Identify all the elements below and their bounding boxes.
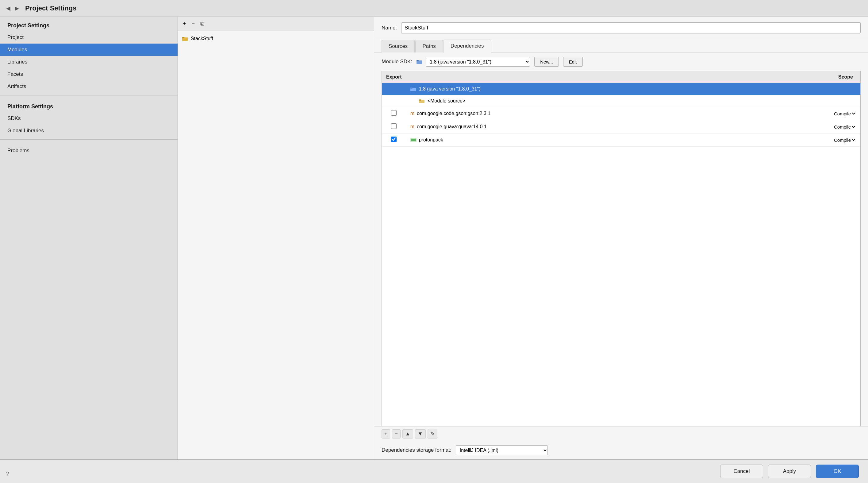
dep-table: Export Scope [382,71,860,147]
export-checkbox[interactable] [391,110,397,116]
svg-rect-7 [419,99,421,101]
module-source-icon [419,98,425,103]
platform-settings-section-title: Platform Settings [0,98,178,112]
tab-paths[interactable]: Paths [415,40,442,53]
folder-icon [182,36,188,41]
dep-toolbar: + − ▲ ▼ ✎ [374,426,868,441]
back-icon[interactable]: ◀ [6,5,10,12]
right-panel: Name: Sources Paths Dependencies Module … [374,17,868,459]
scope-select[interactable]: Compile [833,124,856,130]
table-row[interactable]: m com.google.guava:guava:14.0.1 Compile [382,120,860,133]
move-up-button[interactable]: ▲ [402,429,413,439]
copy-module-button[interactable]: ⧉ [199,20,206,28]
bottom-bar: Cancel Apply OK [0,459,868,483]
dep-name: protonpack [419,137,443,143]
svg-rect-9 [411,139,416,141]
module-sdk-label: Module SDK: [381,59,412,65]
svg-rect-1 [182,37,184,38]
remove-dep-button[interactable]: − [392,429,401,439]
export-cell [382,120,406,133]
dep-name-cell: m com.google.guava:guava:14.0.1 [406,120,799,133]
tab-dependencies[interactable]: Dependencies [443,39,491,53]
module-name: StackStuff [191,36,213,41]
table-row[interactable]: protonpack Compile [382,133,860,147]
scope-cell [799,95,860,107]
storage-row: Dependencies storage format: IntelliJ ID… [374,441,868,459]
svg-rect-3 [416,60,418,61]
lib-icon [410,138,416,142]
remove-module-button[interactable]: − [190,20,196,28]
module-sdk-row: Module SDK: 1.8 (java version "1.8.0_31"… [374,53,868,71]
sidebar-item-global-libraries[interactable]: Global Libraries [0,125,178,137]
edit-dep-button[interactable]: ✎ [428,429,437,439]
sdk-folder-icon [416,59,423,64]
cancel-button[interactable]: Cancel [720,464,763,478]
sidebar-item-modules[interactable]: Modules [0,43,178,56]
dep-name-cell: 1.8 (java version "1.8.0_31") [406,83,799,95]
scope-cell: Compile [799,120,860,133]
table-row[interactable]: <Module source> [382,95,860,107]
export-cell [382,95,406,107]
export-checkbox[interactable] [391,123,397,129]
dep-name: com.google.code.gson:gson:2.3.1 [417,111,490,116]
sidebar-divider2 [0,139,178,140]
module-list: StackStuff [178,31,374,459]
project-settings-section-title: Project Settings [0,17,178,31]
export-checkbox[interactable] [391,137,397,142]
table-row[interactable]: m com.google.code.gson:gson:2.3.1 Compil… [382,107,860,120]
sidebar-item-facets[interactable]: Facets [0,68,178,81]
module-panel: + − ⧉ StackStuff [178,17,374,459]
storage-select[interactable]: IntelliJ IDEA (.iml) [456,445,548,455]
sidebar-item-libraries[interactable]: Libraries [0,56,178,68]
tabs-row: Sources Paths Dependencies [374,39,868,53]
forward-icon[interactable]: ▶ [15,5,19,12]
sdk-select[interactable]: 1.8 (java version "1.8.0_31") [426,57,530,67]
jar-icon: m [410,124,414,129]
sidebar-divider [0,95,178,95]
apply-button[interactable]: Apply [768,464,811,478]
scope-select[interactable]: Compile [833,111,856,117]
sdk-row-icon [410,87,416,91]
top-bar: ◀ ▶ Project Settings [0,0,868,17]
ok-button[interactable]: OK [816,464,859,478]
dialog-title: Project Settings [25,4,76,12]
sdk-select-wrap: 1.8 (java version "1.8.0_31") [416,57,530,67]
module-list-item[interactable]: StackStuff [178,33,374,44]
edit-sdk-button[interactable]: Edit [563,57,583,67]
help-icon[interactable]: ? [5,471,9,478]
export-cell [382,83,406,95]
dep-name-cell: <Module source> [406,95,799,107]
scope-cell: Compile [799,133,860,147]
add-module-button[interactable]: + [182,20,187,28]
name-row: Name: [374,17,868,39]
scope-cell [799,83,860,95]
col-export: Export [382,71,406,83]
dep-table-wrap: Export Scope [381,71,861,426]
name-input[interactable] [401,22,861,33]
export-cell [382,107,406,120]
sidebar-item-problems[interactable]: Problems [0,145,178,157]
col-scope: Scope [799,71,860,83]
dep-name-cell: m com.google.code.gson:gson:2.3.1 [406,107,799,120]
dep-name: <Module source> [428,98,466,104]
scope-select[interactable]: Compile [833,137,856,143]
module-toolbar: + − ⧉ [178,17,374,31]
name-label: Name: [381,25,397,31]
table-row[interactable]: 1.8 (java version "1.8.0_31") [382,83,860,95]
storage-label: Dependencies storage format: [381,447,452,453]
dep-name: 1.8 (java version "1.8.0_31") [419,86,480,92]
svg-rect-5 [410,87,412,89]
tab-sources[interactable]: Sources [381,40,415,53]
sidebar: Project Settings Project Modules Librari… [0,17,178,459]
dep-name-cell: protonpack [406,133,799,147]
add-dep-button[interactable]: + [381,429,390,439]
sidebar-item-project[interactable]: Project [0,31,178,43]
jar-icon: m [410,111,414,116]
scope-cell: Compile [799,107,860,120]
new-sdk-button[interactable]: New... [534,57,559,67]
col-name [406,71,799,83]
sidebar-item-sdks[interactable]: SDKs [0,112,178,125]
export-cell [382,133,406,147]
move-down-button[interactable]: ▼ [415,429,426,439]
sidebar-item-artifacts[interactable]: Artifacts [0,81,178,93]
